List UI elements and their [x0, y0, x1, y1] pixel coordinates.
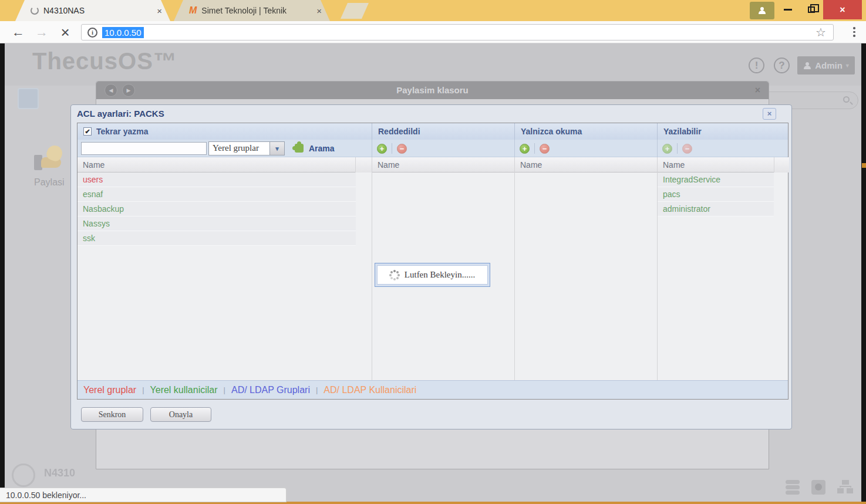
browser-menu-button[interactable] [853, 27, 855, 38]
alert-icon[interactable]: ! [749, 57, 764, 73]
column-title-readonly: Yalnizca okuma [515, 123, 658, 140]
controls-row: Yerel gruplar ▾ Arama + − [77, 140, 788, 157]
admin-label: Admin [815, 60, 843, 70]
window-minimize-button[interactable] [776, 0, 800, 19]
tab-title: N4310NAS [43, 6, 152, 15]
onayla-button[interactable]: Onayla [150, 407, 211, 422]
stop-button[interactable]: × [56, 23, 74, 41]
table-row[interactable]: administrator [658, 202, 774, 217]
table-row[interactable]: users [77, 172, 356, 187]
status-icons [786, 479, 856, 498]
tab-yerel-gruplar[interactable]: Yerel gruplar [83, 385, 136, 395]
status-text: 10.0.0.50 bekleniyor... [6, 491, 86, 500]
screen: N4310NAS × M Simet Teknoloji | Teknik × … [0, 0, 866, 504]
paylasim-window-titlebar[interactable]: ◀ ▶ Paylasim klasoru × [96, 82, 769, 99]
tab-loading-spinner-icon [31, 6, 39, 15]
header-gutter [774, 157, 789, 172]
new-tab-button[interactable] [341, 3, 369, 19]
desktop-icon-label: Paylasi [34, 177, 65, 188]
address-bar[interactable]: i 10.0.0.50 ☆ [81, 24, 834, 40]
browser-status-bubble: 10.0.0.50 bekleniyor... [0, 488, 287, 502]
dialog-close-button[interactable]: × [763, 108, 776, 120]
readonly-add-button[interactable]: + [520, 144, 530, 154]
minimize-icon [784, 9, 792, 11]
tab-title: Simet Teknoloji | Teknik [201, 6, 312, 15]
nas-logo-icon [12, 464, 35, 487]
share-folder-icon[interactable] [34, 142, 68, 176]
window-close-icon[interactable]: × [755, 85, 760, 96]
desktop-app-icon[interactable] [18, 88, 39, 109]
close-icon: × [840, 5, 845, 15]
denied-remove-button[interactable]: − [397, 144, 407, 154]
overwrite-label: Tekrar yazma [96, 127, 148, 136]
simet-logo-icon: M [189, 5, 197, 16]
admin-person-icon [803, 62, 811, 69]
dialog-title: ACL ayarlari: PACKS [77, 109, 164, 119]
nas-device-label: N4310 [44, 467, 75, 479]
window-restore-button[interactable] [800, 0, 823, 19]
writable-remove-button[interactable]: − [682, 144, 692, 154]
loading-spinner-icon [393, 274, 396, 276]
loading-dialog: Lutfen Bekleyin...... [375, 263, 490, 287]
left-edge [0, 43, 5, 504]
tab-ad-ldap-gruplari[interactable]: AD/ LDAP Gruplari [231, 385, 310, 395]
chevron-down-icon: ▾ [846, 62, 849, 69]
acl-search-input[interactable] [81, 142, 207, 155]
arama-button[interactable]: Arama [309, 144, 335, 153]
page-info-icon[interactable]: i [87, 28, 97, 38]
table-row[interactable]: IntegradService [658, 172, 774, 187]
readonly-table: Name [515, 157, 658, 380]
storage-stack-icon[interactable] [786, 480, 800, 496]
writable-table: Name IntegradService pacs administrator [658, 157, 789, 380]
back-button[interactable]: ← [9, 23, 27, 41]
writable-add-button[interactable]: + [662, 144, 672, 154]
overwrite-section: ✔ Tekrar yazma [77, 123, 372, 140]
bookmark-star-icon[interactable]: ☆ [816, 25, 826, 39]
browser-toolbar: ← → × i 10.0.0.50 ☆ [0, 21, 866, 43]
tab-n4310nas[interactable]: N4310NAS × [15, 0, 170, 21]
denied-add-button[interactable]: + [377, 144, 387, 154]
forward-button[interactable]: → [33, 23, 50, 41]
arama-icon [295, 144, 304, 153]
combobox-chevron-icon[interactable]: ▾ [270, 141, 285, 155]
edge-marker [862, 163, 866, 168]
tab-close-icon[interactable]: × [157, 6, 162, 15]
right-edge [861, 43, 866, 504]
table-row[interactable]: pacs [658, 187, 774, 202]
column-title-writable: Yazilabilir [658, 123, 789, 140]
local-accounts-table: Name users esnaf Nasbackup Nassys ssk [77, 157, 372, 380]
help-icon[interactable]: ? [774, 57, 790, 73]
tab-simet[interactable]: M Simet Teknoloji | Teknik × [174, 0, 330, 21]
disk-icon[interactable] [811, 480, 825, 495]
admin-menu[interactable]: Admin ▾ [797, 56, 855, 75]
window-title: Paylasim klasoru [96, 85, 769, 95]
loading-text: Lutfen Bekleyin...... [405, 270, 475, 280]
restore-icon [808, 6, 815, 13]
search-icon [843, 96, 850, 103]
tab-yerel-kullanicilar[interactable]: Yerel kullanicilar [150, 385, 218, 395]
browser-profile-button[interactable] [750, 2, 774, 19]
overwrite-checkbox[interactable]: ✔ [83, 127, 92, 136]
senkron-button[interactable]: Senkron [81, 407, 143, 422]
window-close-button[interactable]: × [823, 0, 862, 19]
header-gutter [355, 157, 372, 172]
column-header-name[interactable]: Name [77, 157, 372, 172]
readonly-remove-button[interactable]: − [540, 144, 550, 154]
url-text-selected[interactable]: 10.0.0.50 [102, 27, 144, 38]
column-header-name[interactable]: Name [658, 157, 789, 172]
thecusos-brand: ThecusOS™ [32, 48, 177, 75]
group-type-combobox[interactable]: Yerel gruplar [208, 141, 270, 155]
column-title-denied: Reddedildi [372, 123, 515, 140]
column-header-name[interactable]: Name [515, 157, 657, 172]
table-row[interactable]: esnaf [77, 187, 356, 202]
tab-close-icon[interactable]: × [316, 6, 322, 15]
browser-tab-strip: N4310NAS × M Simet Teknoloji | Teknik × … [0, 0, 866, 21]
network-icon[interactable] [837, 480, 854, 495]
column-header-name[interactable]: Name [372, 157, 514, 172]
table-row[interactable]: ssk [77, 231, 356, 246]
table-row[interactable]: Nasbackup [77, 202, 356, 217]
account-source-tabs: Yerel gruplar | Yerel kullanicilar | AD/… [77, 380, 788, 399]
profile-person-icon [758, 7, 766, 14]
table-row[interactable]: Nassys [77, 217, 356, 231]
tab-ad-ldap-kullanicilari[interactable]: AD/ LDAP Kullanicilari [324, 385, 416, 395]
